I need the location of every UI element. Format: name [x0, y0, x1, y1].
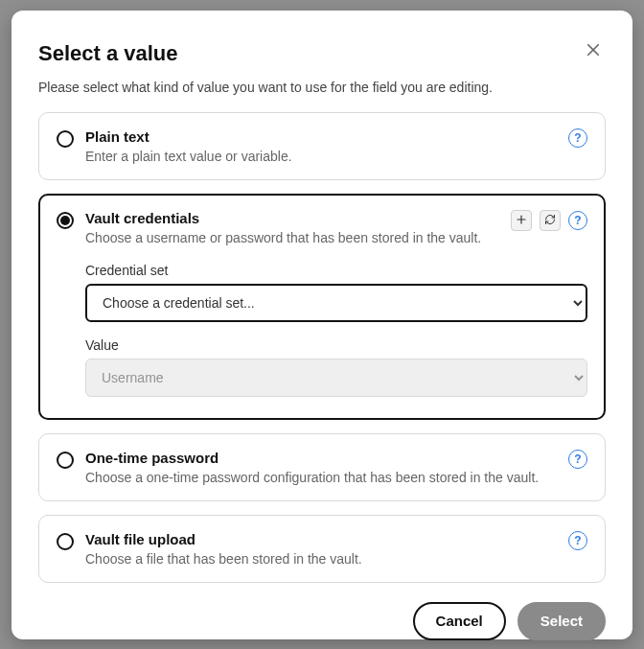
- modal-backdrop: Select a value Please select what kind o…: [0, 0, 644, 649]
- option-plain-text-title: Plain text: [85, 128, 549, 145]
- modal-header: Select a value: [38, 37, 606, 66]
- plus-icon: [516, 212, 527, 229]
- radio-plain-text[interactable]: [57, 130, 74, 148]
- option-file-upload-text: Vault file upload Choose a file that has…: [85, 531, 549, 567]
- select-button[interactable]: Select: [518, 602, 606, 640]
- modal-title: Select a value: [38, 41, 178, 66]
- help-button-plain-text[interactable]: ?: [568, 128, 587, 148]
- close-icon: [585, 47, 602, 61]
- option-vault-credentials-text: Vault credentials Choose a username or p…: [85, 210, 492, 245]
- option-otp-title: One-time password: [85, 450, 549, 466]
- modal-footer: Cancel Select: [38, 583, 606, 640]
- option-file-upload-description: Choose a file that has been stored in th…: [85, 551, 549, 567]
- close-button[interactable]: [581, 37, 606, 62]
- option-vault-credentials[interactable]: Vault credentials Choose a username or p…: [38, 194, 606, 420]
- help-icon: ?: [574, 534, 581, 547]
- select-value-modal: Select a value Please select what kind o…: [12, 11, 632, 639]
- option-otp-text: One-time password Choose a one-time pass…: [85, 450, 549, 485]
- option-file-upload[interactable]: Vault file upload Choose a file that has…: [38, 515, 606, 583]
- option-vault-credentials-title: Vault credentials: [85, 210, 492, 226]
- vault-credentials-body: Credential set Choose a credential set..…: [85, 263, 587, 397]
- option-plain-text-description: Enter a plain text value or variable.: [85, 149, 549, 164]
- option-plain-text[interactable]: Plain text Enter a plain text value or v…: [38, 112, 606, 180]
- radio-otp[interactable]: [57, 452, 74, 469]
- modal-description: Please select what kind of value you wan…: [38, 80, 606, 95]
- credential-set-label: Credential set: [85, 263, 587, 278]
- help-button-vault-credentials[interactable]: ?: [568, 211, 587, 230]
- help-button-otp[interactable]: ?: [568, 450, 587, 469]
- cancel-button[interactable]: Cancel: [413, 602, 506, 640]
- refresh-credentials-button[interactable]: [540, 210, 561, 231]
- radio-vault-credentials[interactable]: [57, 212, 74, 229]
- help-icon: ?: [574, 214, 581, 227]
- option-vault-credentials-description: Choose a username or password that has b…: [85, 230, 492, 245]
- help-icon: ?: [574, 131, 581, 145]
- add-credential-button[interactable]: [511, 210, 532, 231]
- option-otp[interactable]: One-time password Choose a one-time pass…: [38, 433, 606, 501]
- refresh-icon: [544, 212, 556, 229]
- option-plain-text-text: Plain text Enter a plain text value or v…: [85, 128, 549, 164]
- help-icon: ?: [574, 452, 581, 466]
- radio-file-upload[interactable]: [57, 533, 74, 550]
- option-file-upload-title: Vault file upload: [85, 531, 549, 547]
- option-otp-description: Choose a one-time password configuration…: [85, 470, 549, 485]
- value-select[interactable]: Username: [85, 359, 587, 397]
- value-label: Value: [85, 337, 587, 353]
- options-list: Plain text Enter a plain text value or v…: [38, 112, 606, 583]
- credential-set-select[interactable]: Choose a credential set...: [85, 284, 587, 322]
- help-button-file-upload[interactable]: ?: [568, 531, 587, 550]
